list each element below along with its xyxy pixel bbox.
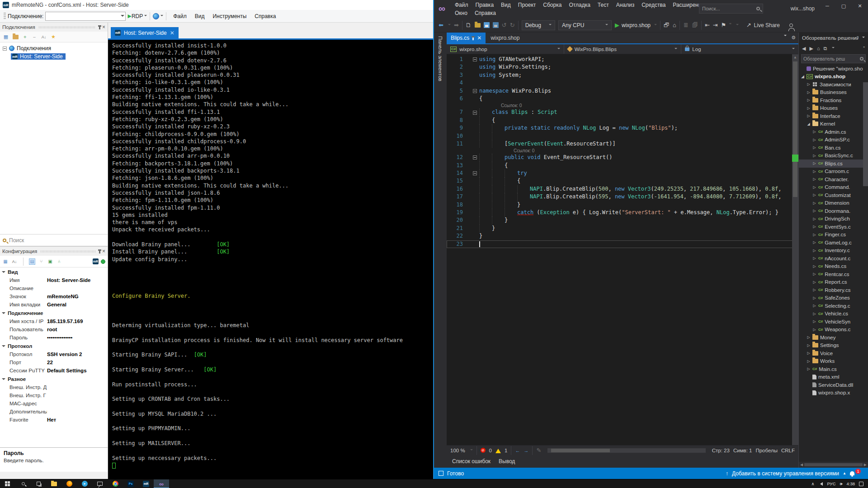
start-debugging-button[interactable]: ▶ wixpro.shop (615, 22, 657, 28)
code-line-14[interactable]: 14try (447, 169, 798, 177)
tree-item-selecting-c[interactable]: ▷C#Selecting.c (799, 302, 868, 310)
remove-connection-icon[interactable]: − (31, 34, 38, 40)
solution-platform-select[interactable]: Any CPU (558, 20, 612, 30)
quick-connect-input[interactable] (45, 12, 126, 21)
chevron-up-icon[interactable]: ∧ (811, 481, 815, 486)
code-line-10[interactable]: 10 (447, 132, 798, 140)
code-line-7[interactable]: 7class Blips : Script (447, 108, 798, 116)
code-line-5[interactable]: 5namespace WixPro.Blips (447, 87, 798, 95)
line-ending-indicator[interactable]: CRLF (781, 448, 795, 453)
expander-icon[interactable]: ▷ (812, 177, 816, 181)
protocol-select[interactable]: RDP (132, 13, 143, 19)
tree-item-admin-cs[interactable]: ▷C#Admin.cs (799, 128, 868, 136)
chevron-down-icon[interactable] (448, 24, 451, 27)
property-value[interactable]: SSH version 2 (47, 352, 82, 357)
expander-icon[interactable]: ▷ (812, 233, 816, 237)
bottom-tab-вывод[interactable]: Вывод (499, 458, 515, 465)
expander-icon[interactable]: ▷ (812, 280, 816, 284)
tree-item-rentcar-cs[interactable]: ▷C#Rentcar.cs (799, 270, 868, 278)
tab-host-server-side[interactable]: mR Host: Server-Side ✕ (111, 27, 179, 38)
tree-root-connections[interactable]: Подключения (0, 44, 108, 52)
save-icon[interactable] (484, 22, 490, 28)
close-icon[interactable]: ✕ (477, 35, 481, 41)
tree-item-businesses[interactable]: ▷Businesses (799, 89, 868, 97)
scrollbar-thumb[interactable] (551, 449, 610, 452)
editor-horizontal-scrollbar[interactable] (547, 448, 705, 453)
expander-icon[interactable]: ▷ (807, 82, 811, 86)
bookmark-icon[interactable]: ⚑ (721, 22, 726, 28)
save-all-icon[interactable] (493, 22, 499, 28)
property-value[interactable]: Host: Server-Side (47, 277, 91, 283)
config-row[interactable]: Имя вкладкиGeneral (0, 300, 108, 309)
visual-studio-taskbar-icon[interactable]: ∞ (154, 479, 169, 488)
language-indicator[interactable]: РУС (827, 481, 835, 486)
config-row[interactable]: МАС-адрес (0, 399, 108, 408)
tree-item-gamelog-c[interactable]: ▷C#GameLog.c (799, 239, 868, 247)
vs-search-box[interactable]: Поиск... (699, 4, 763, 14)
notifications-bell-icon[interactable] (850, 471, 854, 475)
menu-item-правка[interactable]: Правка (476, 2, 494, 8)
menu-item-справка[interactable]: Справка (475, 10, 496, 16)
code-line-11[interactable]: 11[ServerEvent(Event.ResourceStart)] (447, 140, 798, 148)
home-icon[interactable]: ⌂ (673, 22, 676, 28)
connections-view-icon[interactable]: ⑃ (56, 258, 62, 265)
menu-item-проект[interactable]: Проект (518, 2, 536, 8)
tree-item-robbery-cs[interactable]: ▷C#Robbery.cs (799, 286, 868, 294)
tree-item-eventsys-c[interactable]: ▷C#EventSys.c (799, 223, 868, 231)
property-value[interactable]: 22 (47, 360, 53, 365)
tree-item-needs-cs[interactable]: ▷C#Needs.cs (799, 263, 868, 271)
mremoteng-taskbar-icon[interactable]: mR (138, 479, 154, 488)
config-row[interactable]: Порт22 (0, 358, 108, 366)
expander-icon[interactable]: ▷ (812, 138, 816, 142)
uncomment-icon[interactable]: 🗐 (692, 22, 698, 28)
speaker-icon2[interactable]: 🕪 (840, 481, 843, 487)
expander-icon[interactable]: ▷ (812, 240, 816, 244)
indent-decrease-icon[interactable]: ⇤ (705, 22, 710, 28)
expander-icon[interactable]: ▷ (807, 351, 811, 355)
menu-item-вид[interactable]: Вид (501, 2, 511, 8)
close-icon[interactable]: × (102, 24, 105, 30)
inheritance-icon[interactable]: ⑂ (38, 258, 44, 265)
codelens-references[interactable]: Ссылок: 0 (447, 148, 798, 154)
expander-icon[interactable]: ◢ (807, 122, 811, 126)
collapse-icon[interactable] (3, 47, 7, 51)
expander-icon[interactable]: ▷ (812, 296, 816, 300)
scrollbar-thumb[interactable] (793, 61, 797, 197)
property-value[interactable]: root (47, 327, 57, 332)
bottom-tab-список-ошибок[interactable]: Список ошибок (452, 458, 491, 465)
scroll-right-icon[interactable]: ▶ (864, 463, 867, 467)
menu-item-вид[interactable]: Вид (195, 13, 205, 19)
menu-item-инструменты[interactable]: Инструменты (212, 13, 246, 19)
connections-search[interactable]: Поиск (0, 234, 108, 246)
tree-item-works[interactable]: ▷Works (799, 357, 868, 366)
expander-icon[interactable]: ▷ (807, 114, 811, 118)
menu-item-файл[interactable]: Файл (173, 13, 187, 19)
globe-icon[interactable] (153, 13, 159, 19)
code-line-1[interactable]: 1using GTANetworkAPI; (447, 56, 798, 63)
editor-vertical-scrollbar[interactable]: ⼀ ▲ (792, 54, 798, 445)
tree-item-houses[interactable]: ▷Houses (799, 104, 868, 113)
expander-icon[interactable]: ▷ (812, 272, 816, 276)
expander-icon[interactable]: ▷ (812, 185, 816, 189)
tree-item-weapons-c[interactable]: ▷C#Weapons.c (799, 326, 868, 334)
fold-collapse-icon[interactable] (473, 89, 477, 93)
navigate-forward-icon[interactable]: ➡ (454, 22, 459, 28)
chevron-up-icon[interactable]: ▲ (843, 471, 846, 475)
zoom-level-select[interactable]: 100 % (450, 448, 465, 453)
code-line-6[interactable]: 6{ (447, 95, 798, 103)
expander-icon[interactable]: ▷ (812, 304, 816, 308)
close-icon[interactable]: ✕ (170, 30, 175, 36)
view-icon[interactable]: ▦ (3, 34, 9, 40)
categorized-view-icon[interactable]: ▦ (2, 258, 9, 265)
config-row[interactable]: Сессии PuTTYDefault Settings (0, 366, 108, 375)
code-line-12[interactable]: 12public void Event_ResourceStart() (447, 154, 798, 161)
firefox-icon[interactable] (61, 479, 77, 488)
tree-item-drivingsch[interactable]: ▷C#DrivingSch (799, 215, 868, 223)
speaker-icon[interactable] (818, 482, 823, 486)
expander-icon[interactable]: ▷ (812, 217, 816, 221)
sort-az-icon[interactable]: A↓ (11, 258, 18, 265)
forward-icon[interactable]: ▶ (809, 46, 813, 52)
code-line-21[interactable]: 21} (447, 225, 798, 232)
more-commands-icon[interactable]: ” (729, 22, 731, 28)
tab-wixpro-shop[interactable]: wixpro.shop (486, 33, 524, 43)
